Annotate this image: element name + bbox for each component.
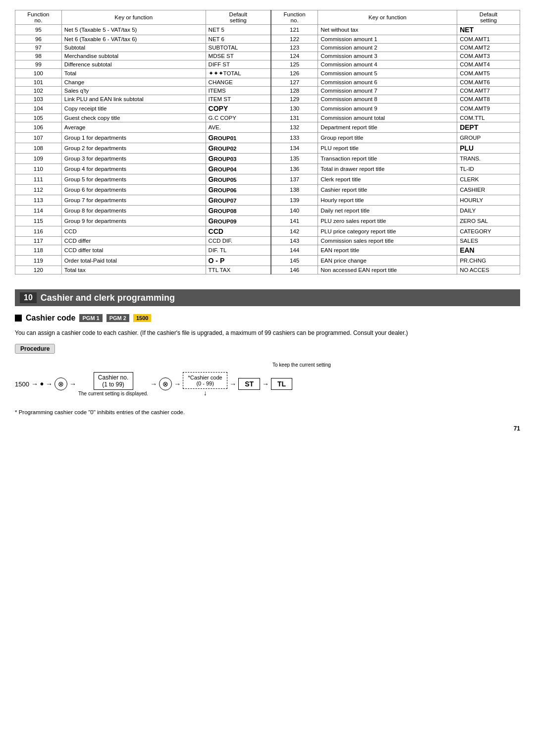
- flow-arrow-5: →: [174, 380, 181, 388]
- left-key-cell: Total: [61, 69, 206, 78]
- left-fn-cell: 116: [15, 226, 62, 237]
- function-table: Functionno. Key or function Defaultsetti…: [15, 10, 520, 274]
- right-def-cell: COM.AMT5: [457, 69, 520, 78]
- right-key-header: Key or function: [318, 10, 457, 25]
- left-def-cell: GROUP01: [206, 133, 271, 143]
- right-key-cell: Group report title: [318, 133, 457, 143]
- flow-arrow-7: →: [262, 380, 269, 388]
- right-fn-cell: 122: [271, 35, 318, 44]
- code-badge: 1500: [133, 314, 151, 322]
- right-def-cell: COM.AMT7: [457, 87, 520, 95]
- cashier-code-description: You can assign a cashier code to each ca…: [15, 328, 520, 338]
- left-def-cell: CCD DIF.: [206, 237, 271, 245]
- right-def-cell: NET: [457, 25, 520, 35]
- right-key-cell: Daily net report title: [318, 206, 457, 216]
- right-def-cell: COM.AMT1: [457, 35, 520, 44]
- right-key-cell: Non accessed EAN report title: [318, 266, 457, 274]
- cashier-code-range: (0 - 99): [187, 380, 223, 386]
- right-def-cell: PR.CHNG: [457, 256, 520, 266]
- left-def-cell: DIFF ST: [206, 60, 271, 69]
- left-fn-cell: 117: [15, 237, 62, 245]
- right-fn-cell: 132: [271, 122, 318, 133]
- flow-cashier-no-group: Cashier no. (1 to 99) The current settin…: [78, 372, 148, 396]
- left-fn-cell: 115: [15, 216, 62, 226]
- right-key-cell: Commission amount 4: [318, 60, 457, 69]
- cashier-no-box: Cashier no. (1 to 99): [94, 372, 133, 390]
- left-def-cell: GROUP06: [206, 185, 271, 195]
- left-key-cell: Merchandise subtotal: [61, 52, 206, 60]
- right-key-cell: Department report title: [318, 122, 457, 133]
- left-key-cell: Net 6 (Taxable 6 - VAT/tax 6): [61, 35, 206, 44]
- left-key-cell: Group 6 for departments: [61, 185, 206, 195]
- left-key-cell: Guest check copy title: [61, 114, 206, 122]
- left-fn-cell: 106: [15, 122, 62, 133]
- right-fn-cell: 121: [271, 25, 318, 35]
- flow-cashier-code-group: *Cashier code (0 - 99) ↓: [183, 371, 227, 397]
- left-fn-cell: 103: [15, 95, 62, 104]
- cashier-no-label: Cashier no.: [98, 374, 128, 381]
- left-fn-cell: 101: [15, 78, 62, 87]
- right-key-cell: Commission amount 6: [318, 78, 457, 87]
- flow-crosshair-2: ⊗: [159, 378, 172, 390]
- right-key-cell: Commission amount 5: [318, 69, 457, 78]
- right-def-cell: SALES: [457, 237, 520, 245]
- right-def-cell: TL-ID: [457, 164, 520, 174]
- right-fn-cell: 131: [271, 114, 318, 122]
- section-10-header: 10 Cashier and clerk programming: [15, 289, 520, 306]
- left-key-cell: Sales q'ty: [61, 87, 206, 95]
- left-def-cell: GROUP02: [206, 143, 271, 154]
- left-fn-cell: 105: [15, 114, 62, 122]
- right-fn-cell: 130: [271, 104, 318, 114]
- flow-arrow-2: →: [46, 380, 53, 388]
- right-def-cell: COM.AMT8: [457, 95, 520, 104]
- left-key-cell: Group 7 for departments: [61, 195, 206, 206]
- left-key-header: Key or function: [61, 10, 206, 25]
- left-fn-cell: 102: [15, 87, 62, 95]
- right-def-cell: DEPT: [457, 122, 520, 133]
- right-fn-header: Functionno.: [271, 10, 318, 25]
- right-fn-cell: 140: [271, 206, 318, 216]
- left-def-cell: ITEMS: [206, 87, 271, 95]
- left-fn-cell: 110: [15, 164, 62, 174]
- left-def-cell: AVE.: [206, 122, 271, 133]
- right-key-cell: Clerk report title: [318, 174, 457, 185]
- right-key-cell: Hourly report title: [318, 195, 457, 206]
- left-def-cell: NET 5: [206, 25, 271, 35]
- left-def-cell: CCD: [206, 226, 271, 237]
- flow-arrow-3: →: [69, 380, 76, 388]
- left-def-cell: TTL TAX: [206, 266, 271, 274]
- left-fn-cell: 98: [15, 52, 62, 60]
- right-key-cell: PLU report title: [318, 143, 457, 154]
- left-def-cell: O - P: [206, 256, 271, 266]
- right-def-cell: COM.AMT3: [457, 52, 520, 60]
- left-fn-cell: 114: [15, 206, 62, 216]
- left-def-cell: ✦✦✦TOTAL: [206, 69, 271, 78]
- left-def-cell: GROUP08: [206, 206, 271, 216]
- flow-arrow-4: →: [150, 380, 157, 388]
- left-key-cell: Net 5 (Taxable 5 - VAT/tax 5): [61, 25, 206, 35]
- left-key-cell: Link PLU and EAN link subtotal: [61, 95, 206, 104]
- right-key-cell: EAN report title: [318, 245, 457, 256]
- right-fn-cell: 127: [271, 78, 318, 87]
- right-def-cell: DAILY: [457, 206, 520, 216]
- left-def-cell: GROUP05: [206, 174, 271, 185]
- right-key-cell: Total in drawer report title: [318, 164, 457, 174]
- right-fn-cell: 136: [271, 164, 318, 174]
- left-def-cell: GROUP03: [206, 154, 271, 164]
- right-fn-cell: 142: [271, 226, 318, 237]
- left-key-cell: CCD differ total: [61, 245, 206, 256]
- pgm1-badge: PGM 1: [79, 314, 102, 322]
- cashier-code-footnote: * Programming cashier code "0" inhibits …: [15, 409, 520, 415]
- left-fn-cell: 113: [15, 195, 62, 206]
- left-def-cell: NET 6: [206, 35, 271, 44]
- left-def-cell: SUBTOTAL: [206, 44, 271, 52]
- right-key-cell: Commission amount 8: [318, 95, 457, 104]
- right-fn-cell: 138: [271, 185, 318, 195]
- right-key-cell: Commission sales report title: [318, 237, 457, 245]
- left-key-cell: Group 9 for departments: [61, 216, 206, 226]
- cashier-code-label: *Cashier code: [187, 375, 223, 380]
- left-key-cell: Group 3 for departments: [61, 154, 206, 164]
- left-key-cell: Change: [61, 78, 206, 87]
- left-fn-cell: 108: [15, 143, 62, 154]
- section-title: Cashier and clerk programming: [41, 293, 175, 303]
